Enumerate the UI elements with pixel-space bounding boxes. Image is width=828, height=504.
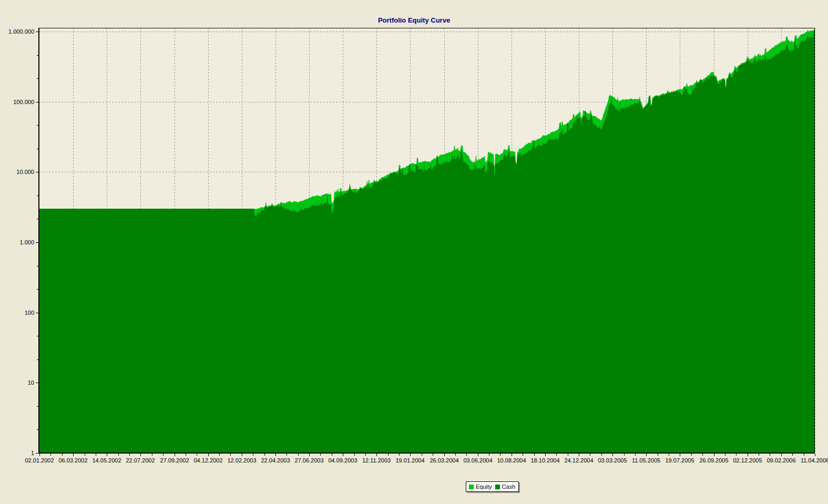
chart-legend[interactable]: Equity Cash — [466, 481, 519, 492]
y-tick-label-5: 10 — [28, 379, 34, 386]
portfolio-equity-chart: Portfolio Equity Curve 1.000.000100.0001… — [0, 0, 828, 504]
y-tick-label-1: 100.000 — [13, 99, 34, 105]
x-tick-label-1: 06.03.2002 — [58, 457, 87, 464]
x-tick-label-2: 14.05.2002 — [92, 457, 121, 464]
x-tick-label-3: 22.07.2002 — [126, 457, 155, 464]
x-tick-label-14: 10.08.2004 — [497, 457, 526, 464]
chart-plot-area: 1.000.000100.00010.0001.00010010102.01.2… — [0, 0, 828, 504]
x-tick-label-7: 22.04.2003 — [261, 457, 290, 464]
y-tick-label-4: 100 — [25, 310, 34, 316]
x-tick-label-22: 09.02.2006 — [766, 457, 795, 464]
y-tick-label-3: 1.000 — [19, 239, 34, 245]
legend-item-cash[interactable]: Cash — [495, 484, 516, 490]
x-tick-label-23: 11.04.2006 — [801, 457, 828, 464]
cash-swatch-icon — [495, 485, 500, 489]
y-tick-label-6: 1 — [31, 450, 34, 456]
x-tick-label-5: 04.12.2002 — [193, 457, 222, 464]
y-tick-label-2: 10.000 — [16, 169, 34, 175]
x-tick-label-10: 12.11.2003 — [362, 457, 391, 464]
x-tick-label-0: 02.01.2002 — [25, 457, 54, 464]
x-tick-label-19: 19.07.2005 — [665, 457, 694, 464]
x-tick-label-16: 24.12.2004 — [564, 457, 593, 464]
y-tick-label-0: 1.000.000 — [8, 28, 34, 35]
x-tick-label-12: 26.03.2004 — [430, 457, 458, 464]
legend-label-cash: Cash — [502, 484, 516, 490]
x-tick-label-4: 27.09.2002 — [160, 457, 189, 464]
legend-label-equity: Equity — [476, 484, 492, 490]
equity-swatch-icon — [469, 485, 474, 489]
x-tick-label-6: 12.02.2003 — [227, 457, 256, 464]
x-tick-label-18: 11.05.2005 — [632, 457, 660, 464]
x-tick-label-11: 19.01.2004 — [395, 457, 424, 464]
x-tick-label-13: 03.06.2004 — [463, 457, 492, 464]
x-tick-label-17: 03.03.2005 — [598, 457, 627, 464]
x-tick-label-21: 02.12.2005 — [733, 457, 762, 464]
legend-item-equity[interactable]: Equity — [469, 484, 492, 490]
x-tick-label-8: 27.06.2003 — [294, 457, 323, 464]
x-tick-label-9: 04.09.2003 — [328, 457, 357, 464]
x-tick-label-20: 26.09.2005 — [699, 457, 728, 464]
x-tick-label-15: 18.10.2004 — [530, 457, 559, 464]
